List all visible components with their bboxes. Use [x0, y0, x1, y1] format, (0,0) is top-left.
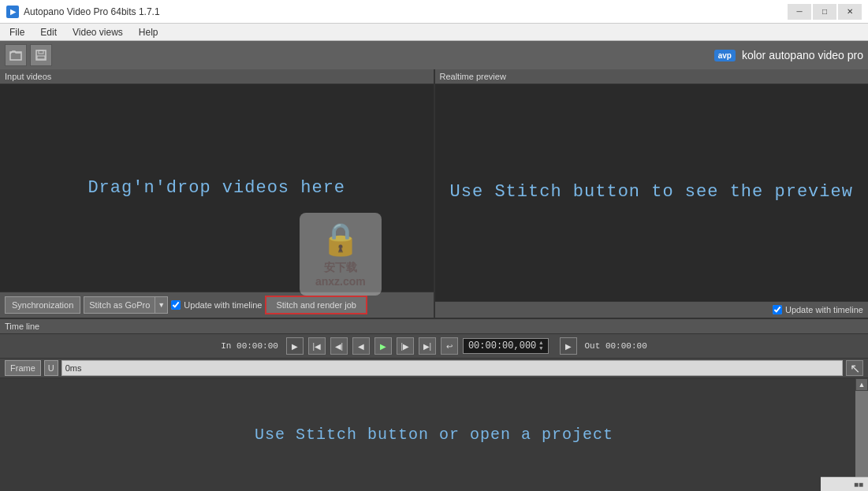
brand-badge: avp [714, 50, 736, 61]
in-label: In 00:00:00 [221, 341, 278, 351]
play-forward-button[interactable]: ▶ [374, 337, 392, 355]
close-button[interactable]: ✕ [838, 4, 862, 20]
undo-button[interactable]: U [44, 360, 58, 376]
stitch-gopro-arrow[interactable]: ▼ [155, 297, 167, 313]
loop-button[interactable]: ↩ [441, 337, 458, 355]
update-timeline-check[interactable] [171, 300, 181, 310]
timeline-header: Time line [0, 319, 868, 334]
scrollbar-up[interactable]: ▲ [855, 378, 868, 391]
step-forward-button[interactable]: |▶ [397, 337, 414, 355]
update-timeline-checkbox-input[interactable]: Update with timeline [171, 300, 262, 310]
realtime-preview-header: Realtime preview [435, 69, 869, 84]
menu-bar: File Edit Video views Help [0, 24, 868, 41]
timeline-empty-text: Use Stitch button or open a project [255, 426, 613, 444]
main-content: Input videos Drag'n'drop videos here Syn… [0, 69, 868, 491]
app-icon: ▶ [6, 6, 19, 18]
scrollbar-thumb[interactable] [855, 391, 868, 478]
toolbar: avp kolor autopano video pro [0, 41, 868, 69]
frame-button[interactable]: Frame [5, 360, 41, 376]
stitch-gopro-label[interactable]: Stitch as GoPro [84, 300, 155, 310]
brand-logo: avp kolor autopano video pro [714, 49, 863, 61]
timeline-empty-area: Use Stitch button or open a project ▲ ▼ [0, 378, 868, 491]
input-videos-panel: Input videos Drag'n'drop videos here Syn… [0, 69, 435, 318]
stitch-render-button[interactable]: Stitch and render job [265, 296, 367, 314]
timeline-track-row: Frame U 0ms ↖ [0, 359, 868, 378]
title-bar-left: ▶ Autopano Video Pro 64bits 1.7.1 [6, 6, 160, 18]
drag-drop-text: Drag'n'drop videos here [88, 178, 345, 198]
out-play-button[interactable]: ▶ [560, 337, 577, 355]
preview-update-timeline-checkbox[interactable]: Update with timeline [773, 305, 863, 314]
open-button[interactable] [5, 44, 27, 66]
brand-name: kolor autopano video pro [742, 49, 863, 61]
menu-file[interactable]: File [3, 24, 31, 40]
title-text: Autopano Video Pro 64bits 1.7.1 [24, 6, 160, 17]
sync-button[interactable]: Synchronization [5, 296, 80, 314]
input-videos-area[interactable]: Drag'n'drop videos here [0, 84, 434, 292]
in-play-button[interactable]: ▶ [286, 337, 304, 355]
timecode-value: 00:00:00,000 [468, 340, 536, 352]
realtime-preview-panel: Realtime preview Use Stitch button to se… [435, 69, 869, 318]
go-to-in-button[interactable]: |◀ [308, 337, 326, 355]
preview-update-timeline-label: Update with timeline [785, 305, 863, 314]
window-controls: ─ □ ✕ [788, 4, 862, 20]
update-timeline-label: Update with timeline [184, 300, 262, 310]
save-button[interactable] [30, 44, 52, 66]
title-bar: ▶ Autopano Video Pro 64bits 1.7.1 ─ □ ✕ [0, 0, 868, 24]
preview-text: Use Stitch button to see the preview [450, 180, 853, 205]
timecode-spinners[interactable]: ▲ ▼ [539, 340, 542, 352]
status-bar: ■■ [821, 477, 868, 491]
menu-video-views[interactable]: Video views [66, 24, 129, 40]
menu-edit[interactable]: Edit [34, 24, 63, 40]
minimize-button[interactable]: ─ [788, 4, 811, 20]
timeline-scrollbar[interactable]: ▲ ▼ [855, 378, 868, 491]
timecode-display[interactable]: 00:00:00,000 ▲ ▼ [463, 338, 549, 354]
svg-rect-1 [36, 50, 46, 60]
go-to-out-button[interactable]: ▶| [419, 337, 436, 355]
panels-row: Input videos Drag'n'drop videos here Syn… [0, 69, 868, 318]
input-controls: Synchronization Stitch as GoPro ▼ Update… [0, 292, 434, 318]
timeline-controls: In 00:00:00 ▶ |◀ ◀| ◀ ▶ |▶ ▶| ↩ 00:00:00… [0, 334, 868, 359]
toolbar-left [5, 44, 52, 66]
preview-controls: Update with timeline [435, 301, 869, 318]
cursor-button[interactable]: ↖ [846, 360, 863, 376]
preview-update-timeline-check[interactable] [773, 305, 782, 314]
stitch-gopro-dropdown[interactable]: Stitch as GoPro ▼ [84, 296, 168, 314]
play-back-button[interactable]: ◀ [352, 337, 370, 355]
svg-rect-3 [37, 56, 45, 59]
realtime-preview-area: Use Stitch button to see the preview [435, 84, 869, 301]
input-videos-header: Input videos [0, 69, 434, 84]
step-back-button[interactable]: ◀| [330, 337, 348, 355]
out-label: Out 00:00:00 [585, 341, 647, 351]
track-time-input[interactable]: 0ms [61, 360, 843, 376]
timeline-section: Time line In 00:00:00 ▶ |◀ ◀| ◀ ▶ |▶ ▶| … [0, 318, 868, 491]
menu-help[interactable]: Help [132, 24, 165, 40]
status-text: ■■ [854, 480, 863, 489]
maximize-button[interactable]: □ [813, 4, 836, 20]
